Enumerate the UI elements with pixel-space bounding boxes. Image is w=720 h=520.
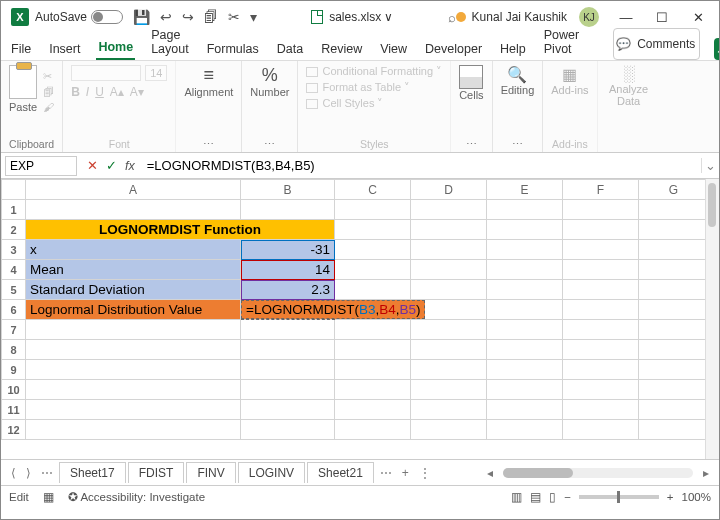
stats-icon[interactable]: ▦ (43, 490, 54, 504)
font-family-dropdown[interactable] (71, 65, 141, 81)
analyze-button[interactable]: Analyze Data (606, 83, 652, 107)
cell-A4[interactable]: Mean (26, 260, 241, 280)
sheet-tab[interactable]: Sheet17 (59, 462, 126, 483)
row-header[interactable]: 1 (2, 200, 26, 220)
sheet-tab[interactable]: LOGINV (238, 462, 305, 483)
format-painter-icon[interactable]: 🖌 (43, 101, 54, 113)
fx-icon[interactable]: fx (125, 159, 135, 173)
row-header[interactable]: 4 (2, 260, 26, 280)
cells-icon[interactable] (459, 65, 483, 89)
qat-ext2-icon[interactable]: ✂ (228, 9, 240, 25)
maximize-button[interactable]: ☐ (645, 5, 679, 29)
name-box[interactable] (5, 156, 77, 176)
qat-ext-icon[interactable]: 🗐 (204, 9, 218, 25)
copy-icon[interactable]: 🗐 (43, 86, 54, 98)
tab-help[interactable]: Help (498, 38, 528, 60)
row-header[interactable]: 6 (2, 300, 26, 320)
row-header[interactable]: 10 (2, 380, 26, 400)
view-normal-icon[interactable]: ▥ (511, 490, 522, 504)
addins-button[interactable]: Add-ins (551, 84, 588, 96)
cut-icon[interactable]: ✂ (43, 70, 52, 83)
tab-view[interactable]: View (378, 38, 409, 60)
select-all-corner[interactable] (2, 180, 26, 200)
cell-styles-button[interactable]: Cell Styles ˅ (306, 97, 383, 110)
col-header-G[interactable]: G (639, 180, 709, 200)
editing-icon[interactable]: 🔍 (501, 65, 535, 84)
cells-button[interactable]: Cells (459, 89, 483, 101)
expand-formula-bar[interactable]: ⌄ (701, 158, 719, 173)
cell-title[interactable]: LOGNORMDIST Function (26, 220, 335, 240)
row-header[interactable]: 11 (2, 400, 26, 420)
row-header[interactable]: 7 (2, 320, 26, 340)
sheet-more-icon[interactable]: ⋯ (376, 466, 396, 480)
row-header[interactable]: 8 (2, 340, 26, 360)
sheet-nav-prev[interactable]: ⟨ (7, 466, 20, 480)
row-header[interactable]: 3 (2, 240, 26, 260)
zoom-out-button[interactable]: − (564, 491, 571, 503)
filename[interactable]: sales.xlsx ∨ (329, 10, 393, 24)
cell-A5[interactable]: Standard Deviation (26, 280, 241, 300)
alignment-icon[interactable]: ≡ (184, 65, 233, 86)
cell-B6-editing[interactable]: =LOGNORMDIST(B3,B4,B5) (241, 300, 335, 320)
sheet-menu-icon[interactable]: ⋮ (415, 466, 435, 480)
font-shrink-button[interactable]: A▾ (130, 85, 144, 99)
analyze-icon[interactable]: ░ (606, 65, 652, 83)
col-header-F[interactable]: F (563, 180, 639, 200)
tab-review[interactable]: Review (319, 38, 364, 60)
tab-home[interactable]: Home (96, 36, 135, 60)
font-size-dropdown[interactable]: 14 (145, 65, 167, 81)
cell-B5[interactable]: 2.3 (241, 280, 335, 300)
row-header[interactable]: 5 (2, 280, 26, 300)
horizontal-scrollbar[interactable]: ◂▸ (437, 466, 713, 480)
col-header-A[interactable]: A (26, 180, 241, 200)
row-header[interactable]: 12 (2, 420, 26, 440)
sheet-tab[interactable]: Sheet21 (307, 462, 374, 483)
accessibility-status[interactable]: ✪ Accessibility: Investigate (68, 490, 205, 504)
alignment-button[interactable]: Alignment (184, 86, 233, 98)
autosave-toggle[interactable] (91, 10, 123, 24)
worksheet-grid[interactable]: A B C D E F G 1 2 LOGNORMDIST Function 3… (1, 179, 719, 459)
percent-icon[interactable]: % (250, 65, 289, 86)
col-header-D[interactable]: D (411, 180, 487, 200)
tab-power-pivot[interactable]: Power Pivot (542, 24, 581, 60)
col-header-E[interactable]: E (487, 180, 563, 200)
row-header[interactable]: 9 (2, 360, 26, 380)
redo-icon[interactable]: ↪ (182, 9, 194, 25)
editing-button[interactable]: Editing (501, 84, 535, 96)
addins-icon[interactable]: ▦ (551, 65, 588, 84)
paste-button[interactable]: Paste (9, 101, 37, 113)
share-button[interactable]: ↗ (714, 38, 720, 60)
tab-page-layout[interactable]: Page Layout (149, 24, 191, 60)
tab-file[interactable]: File (9, 38, 33, 60)
number-button[interactable]: Number (250, 86, 289, 98)
qat-dropdown-icon[interactable]: ▾ (250, 9, 257, 25)
tab-developer[interactable]: Developer (423, 38, 484, 60)
sheet-tab[interactable]: FDIST (128, 462, 185, 483)
underline-button[interactable]: U (95, 85, 104, 99)
sheet-nav-next[interactable]: ⟩ (22, 466, 35, 480)
cancel-formula-button[interactable]: ✕ (87, 158, 98, 173)
new-sheet-button[interactable]: + (398, 466, 413, 480)
zoom-in-button[interactable]: + (667, 491, 674, 503)
italic-button[interactable]: I (86, 85, 89, 99)
comments-button[interactable]: 💬 Comments (613, 28, 700, 60)
minimize-button[interactable]: — (609, 5, 643, 29)
bold-button[interactable]: B (71, 85, 80, 99)
tab-data[interactable]: Data (275, 38, 305, 60)
font-grow-button[interactable]: A▴ (110, 85, 124, 99)
col-header-B[interactable]: B (241, 180, 335, 200)
view-page-icon[interactable]: ▤ (530, 490, 541, 504)
sheet-nav-more[interactable]: ⋯ (37, 466, 57, 480)
conditional-formatting-button[interactable]: Conditional Formatting ˅ (306, 65, 442, 78)
cell-B4[interactable]: 14 (241, 260, 335, 280)
view-break-icon[interactable]: ▯ (549, 490, 556, 504)
close-button[interactable]: ✕ (681, 5, 715, 29)
format-as-table-button[interactable]: Format as Table ˅ (306, 81, 410, 94)
enter-formula-button[interactable]: ✓ (106, 158, 117, 173)
undo-icon[interactable]: ↩ (160, 9, 172, 25)
zoom-slider[interactable] (579, 495, 659, 499)
formula-input[interactable]: =LOGNORMDIST(B3,B4,B5) (141, 156, 701, 175)
col-header-C[interactable]: C (335, 180, 411, 200)
zoom-level[interactable]: 100% (682, 491, 711, 503)
vertical-scrollbar[interactable] (705, 179, 719, 459)
